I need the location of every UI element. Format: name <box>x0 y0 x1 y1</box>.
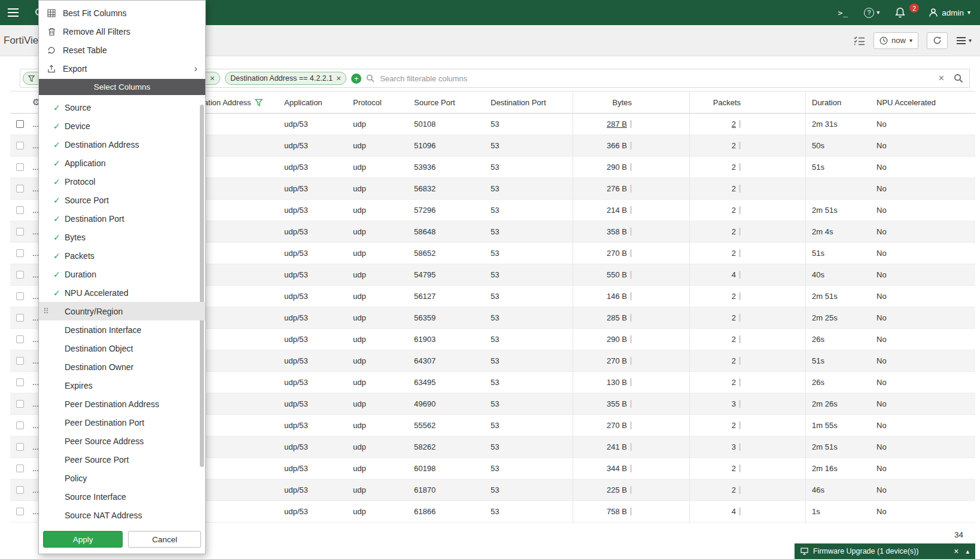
cell-packets[interactable]: 2 <box>689 114 805 135</box>
row-checkbox[interactable] <box>16 292 24 300</box>
cell-bytes[interactable]: 270 B <box>573 415 689 436</box>
cell-bytes[interactable]: 146 B <box>573 286 689 307</box>
cell-packets[interactable]: 2 <box>689 221 805 242</box>
column-option[interactable]: ⠿ ✓ Country/Region <box>39 302 205 320</box>
cell-bytes[interactable]: 355 B <box>573 393 689 414</box>
row-checkbox[interactable] <box>16 508 24 515</box>
cell-packets[interactable]: 2 <box>689 415 805 436</box>
header-source-port[interactable]: Source Port <box>407 91 483 113</box>
filter-chip-destination-address[interactable]: Destination Address == 4.2.2.1 × <box>225 72 346 85</box>
cell-packets[interactable]: 2 <box>689 458 805 479</box>
cell-bytes[interactable]: 270 B <box>573 243 689 264</box>
help-menu[interactable]: ? ▾ <box>864 8 879 18</box>
column-option[interactable]: ⠿ ✓ Protocol <box>39 172 205 191</box>
row-checkbox[interactable] <box>16 120 24 128</box>
column-option[interactable]: ⠿ ✓ NPU Accelerated <box>39 283 205 302</box>
row-checkbox[interactable] <box>16 142 24 149</box>
drag-handle-icon[interactable]: ⠿ <box>43 307 49 316</box>
menu-item-export[interactable]: Export › <box>39 59 205 78</box>
row-checkbox[interactable] <box>16 465 24 472</box>
column-option[interactable]: ⠿ ✓ Peer Destination Port <box>39 413 205 432</box>
user-menu[interactable]: admin ▾ <box>929 8 970 17</box>
collapse-icon[interactable]: ▴ <box>966 548 969 555</box>
cell-packets[interactable]: 2 <box>689 350 805 371</box>
terminal-icon[interactable]: >_ <box>838 8 848 17</box>
apply-search-icon[interactable] <box>954 74 963 83</box>
menu-item-reset-table[interactable]: Reset Table <box>39 41 205 59</box>
cell-bytes[interactable]: 241 B <box>573 436 689 457</box>
cell-packets[interactable]: 2 <box>689 200 805 221</box>
cell-bytes[interactable]: 758 B <box>573 501 689 522</box>
cell-bytes[interactable]: 550 B <box>573 264 689 285</box>
time-range-dropdown[interactable]: now ▾ <box>874 32 918 49</box>
header-protocol[interactable]: Protocol <box>349 91 407 113</box>
apply-button[interactable]: Apply <box>43 531 123 548</box>
row-checkbox[interactable] <box>16 486 24 494</box>
cell-bytes[interactable]: 358 B <box>573 221 689 242</box>
row-checkbox[interactable] <box>16 443 24 451</box>
column-option[interactable]: ⠿ ✓ Policy <box>39 469 205 487</box>
close-icon[interactable]: × <box>954 546 958 556</box>
row-checkbox[interactable] <box>16 400 24 408</box>
row-checkbox[interactable] <box>16 357 24 365</box>
column-option[interactable]: ⠿ ✓ Packets <box>39 246 205 265</box>
row-checkbox[interactable] <box>16 185 24 193</box>
row-checkbox[interactable] <box>16 249 24 257</box>
row-checkbox[interactable] <box>16 378 24 386</box>
row-checkbox[interactable] <box>16 271 24 279</box>
cell-packets[interactable]: 2 <box>689 286 805 307</box>
column-option[interactable]: ⠿ ✓ Peer Source Address <box>39 432 205 450</box>
cell-packets[interactable]: 2 <box>689 307 805 328</box>
cell-bytes[interactable]: 285 B <box>573 307 689 328</box>
remove-filter-icon[interactable]: × <box>336 74 341 83</box>
clear-filters-icon[interactable]: × <box>939 73 944 84</box>
cell-bytes[interactable]: 130 B <box>573 372 689 393</box>
column-option[interactable]: ⠿ ✓ Application <box>39 154 205 172</box>
hamburger-menu-icon[interactable] <box>7 8 19 17</box>
cell-packets[interactable]: 4 <box>689 264 805 285</box>
header-duration[interactable]: Duration <box>805 91 869 113</box>
filter-search-input[interactable] <box>379 74 934 84</box>
column-option[interactable]: ⠿ ✓ Peer Destination Address <box>39 395 205 413</box>
row-checkbox[interactable] <box>16 163 24 171</box>
cell-bytes[interactable]: 270 B <box>573 350 689 371</box>
column-option[interactable]: ⠿ ✓ Duration <box>39 265 205 283</box>
cell-bytes[interactable]: 225 B <box>573 479 689 500</box>
row-checkbox[interactable] <box>16 335 24 343</box>
table-options-menu[interactable]: ▾ <box>956 36 972 45</box>
checklist-icon[interactable] <box>854 36 865 45</box>
row-checkbox[interactable] <box>16 228 24 236</box>
column-option[interactable]: ⠿ ✓ Source Interface <box>39 487 205 506</box>
column-option[interactable]: ⠿ ✓ Destination Owner <box>39 358 205 376</box>
column-option[interactable]: ⠿ ✓ Device <box>39 117 205 135</box>
cell-bytes[interactable]: 214 B <box>573 200 689 221</box>
column-option[interactable]: ⠿ ✓ Expires <box>39 376 205 395</box>
header-npu-accelerated[interactable]: NPU Accelerated <box>869 91 975 113</box>
column-option[interactable]: ⠿ ✓ Source NAT Address <box>39 506 205 524</box>
cell-packets[interactable]: 2 <box>689 479 805 500</box>
header-bytes[interactable]: Bytes <box>573 91 689 113</box>
cell-packets[interactable]: 3 <box>689 393 805 414</box>
cell-bytes[interactable]: 344 B <box>573 458 689 479</box>
column-option[interactable]: ⠿ ✓ Destination Port <box>39 209 205 228</box>
cell-packets[interactable]: 4 <box>689 501 805 522</box>
menu-item-remove-all-filters[interactable]: Remove All Filters <box>39 22 205 41</box>
refresh-button[interactable] <box>927 32 948 49</box>
column-option[interactable]: ⠿ ✓ Source Port <box>39 191 205 209</box>
row-checkbox[interactable] <box>16 314 24 322</box>
row-checkbox[interactable] <box>16 421 24 429</box>
remove-filter-icon[interactable]: × <box>210 74 215 83</box>
header-application[interactable]: Application <box>278 91 349 113</box>
header-destination-port[interactable]: Destination Port <box>483 91 573 113</box>
cell-packets[interactable]: 3 <box>689 436 805 457</box>
row-checkbox[interactable] <box>16 206 24 214</box>
column-option[interactable]: ⠿ ✓ Destination Object <box>39 339 205 358</box>
column-option[interactable]: ⠿ ✓ Peer Source Port <box>39 450 205 469</box>
add-filter-button[interactable]: + <box>351 74 361 84</box>
cell-bytes[interactable]: 276 B <box>573 178 689 199</box>
cell-bytes[interactable]: 290 B <box>573 157 689 178</box>
cell-bytes[interactable]: 290 B <box>573 329 689 350</box>
cell-packets[interactable]: 2 <box>689 157 805 178</box>
cancel-button[interactable]: Cancel <box>128 531 201 548</box>
firmware-upgrade-banner[interactable]: Firmware Upgrade (1 device(s)) × ▴ <box>795 543 975 559</box>
